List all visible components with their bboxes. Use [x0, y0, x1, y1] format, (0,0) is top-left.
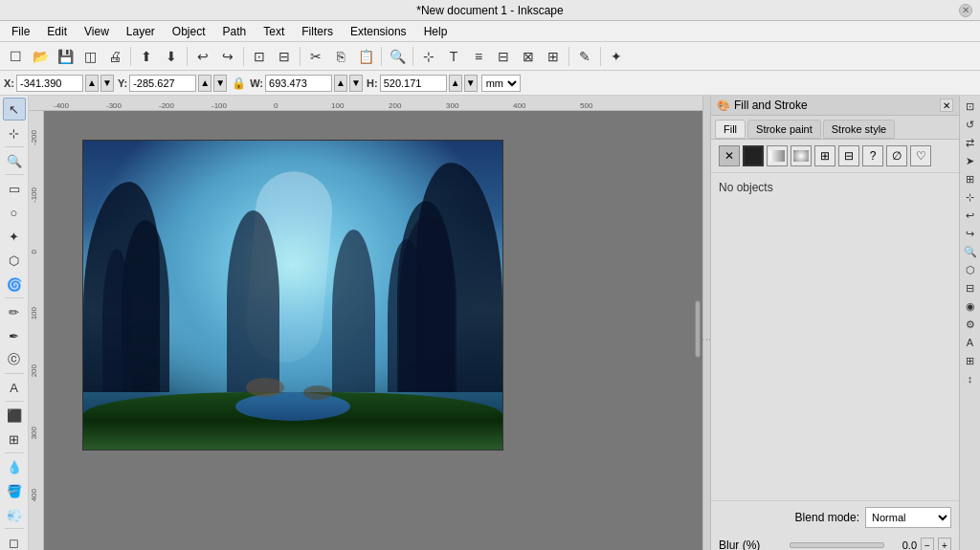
copy-btn[interactable]: ⎘ — [329, 45, 352, 68]
unset-btn[interactable]: ∅ — [886, 145, 907, 166]
vertical-scrollbar[interactable] — [695, 300, 701, 358]
panel-close-btn[interactable]: ✕ — [940, 99, 953, 112]
close-fill-btn[interactable]: ✕ — [719, 145, 740, 166]
rs-undo-btn[interactable]: ↩ — [962, 207, 979, 224]
rs-unknown2-btn[interactable]: ⊹ — [962, 188, 979, 206]
canvas-scroll[interactable]: ⊕ — [44, 111, 702, 550]
pencil-tool[interactable]: ✏ — [3, 300, 26, 323]
snap-btn[interactable]: ✦ — [605, 45, 628, 68]
artwork[interactable] — [82, 140, 503, 451]
zoom-tool[interactable]: 🔍 — [3, 149, 26, 172]
rs-eye-btn[interactable]: ◉ — [962, 297, 979, 315]
radial-gradient-btn[interactable] — [791, 145, 812, 166]
linear-gradient-btn[interactable] — [767, 145, 788, 166]
rs-unknown1-btn[interactable]: ⊞ — [962, 170, 979, 187]
export-btn[interactable]: ⬇ — [160, 45, 183, 68]
panel-handle[interactable]: ⋮ — [702, 96, 710, 550]
unknown-btn[interactable]: ? — [862, 145, 883, 166]
blur-minus[interactable]: − — [921, 538, 934, 550]
open-btn[interactable]: 📂 — [29, 45, 52, 68]
rs-3d-btn[interactable]: ⬡ — [962, 261, 979, 278]
rs-zoom-btn[interactable]: 🔍 — [962, 243, 979, 260]
tab-stroke-style[interactable]: Stroke style — [823, 120, 895, 139]
menu-item-layer[interactable]: Layer — [119, 23, 163, 40]
swatch-btn[interactable]: ⊟ — [838, 145, 859, 166]
heart-btn[interactable]: ♡ — [910, 145, 931, 166]
rs-grid-btn[interactable]: ⊞ — [962, 352, 979, 369]
save-copy-btn[interactable]: ◫ — [78, 45, 101, 68]
zoom-fit-btn[interactable]: ⊡ — [248, 45, 271, 68]
menu-item-path[interactable]: Path — [215, 23, 255, 40]
w-down[interactable]: ▼ — [349, 75, 363, 92]
h-input[interactable] — [380, 75, 447, 92]
cut-btn[interactable]: ✂ — [304, 45, 327, 68]
mesh-tool[interactable]: ⊞ — [3, 428, 26, 451]
align-left-btn[interactable]: ≡ — [467, 45, 490, 68]
w-up[interactable]: ▲ — [334, 75, 347, 92]
x-up[interactable]: ▲ — [85, 75, 99, 92]
rs-layer-btn[interactable]: ⊟ — [962, 279, 979, 297]
calligraphy-tool[interactable]: ⓒ — [3, 348, 26, 371]
paste-btn[interactable]: 📋 — [354, 45, 377, 68]
3d-box-tool[interactable]: ⬡ — [3, 249, 26, 272]
text-btn[interactable]: T — [442, 45, 465, 68]
x-down[interactable]: ▼ — [100, 75, 114, 92]
star-tool[interactable]: ✦ — [3, 225, 26, 248]
y-up[interactable]: ▲ — [198, 75, 212, 92]
node-tool-btn[interactable]: ⊹ — [417, 45, 440, 68]
print-btn[interactable]: 🖨 — [103, 45, 126, 68]
gradient-tool[interactable]: ⬛ — [3, 404, 26, 427]
menu-item-filters[interactable]: Filters — [294, 23, 341, 40]
pattern-btn[interactable]: ⊞ — [814, 145, 835, 166]
dropper-tool[interactable]: 💧 — [3, 455, 26, 478]
menu-item-edit[interactable]: Edit — [39, 23, 75, 40]
y-input[interactable] — [129, 75, 196, 92]
w-input[interactable] — [265, 75, 332, 92]
menu-item-extensions[interactable]: Extensions — [343, 23, 414, 40]
tab-fill[interactable]: Fill — [715, 120, 746, 139]
rs-gear-btn[interactable]: ⚙ — [962, 316, 979, 333]
undo-btn[interactable]: ↩ — [191, 45, 214, 68]
new-btn[interactable]: ☐ — [4, 45, 27, 68]
align-right-btn[interactable]: ⊠ — [517, 45, 540, 68]
import-btn[interactable]: ⬆ — [135, 45, 158, 68]
flat-color-btn[interactable] — [743, 145, 764, 166]
rs-text-btn[interactable]: A — [962, 334, 979, 351]
y-down[interactable]: ▼ — [213, 75, 227, 92]
save-btn[interactable]: 💾 — [54, 45, 77, 68]
blur-slider[interactable] — [790, 542, 884, 548]
paint-bucket-tool[interactable]: 🪣 — [3, 479, 26, 502]
node-tool[interactable]: ⊹ — [3, 121, 26, 144]
x-input[interactable] — [16, 75, 83, 92]
rect-tool[interactable]: ▭ — [3, 177, 26, 200]
tab-stroke-paint[interactable]: Stroke paint — [747, 120, 821, 139]
text-tool[interactable]: A — [3, 376, 26, 399]
blur-plus[interactable]: + — [938, 538, 951, 550]
align-center-btn[interactable]: ⊟ — [492, 45, 515, 68]
blend-mode-select[interactable]: Normal Multiply Screen Overlay Darken Li… — [865, 507, 951, 528]
rs-redo-btn[interactable]: ↪ — [962, 225, 979, 242]
rs-rotate-btn[interactable]: ↺ — [962, 116, 979, 133]
menu-item-text[interactable]: Text — [256, 23, 292, 40]
spray-tool[interactable]: 💨 — [3, 503, 26, 526]
close-icon[interactable]: ✕ — [959, 4, 972, 17]
redo-btn[interactable]: ↪ — [216, 45, 239, 68]
pen-tool[interactable]: ✒ — [3, 324, 26, 347]
menu-item-view[interactable]: View — [77, 23, 117, 40]
circle-tool[interactable]: ○ — [3, 201, 26, 224]
menu-item-object[interactable]: Object — [165, 23, 213, 40]
h-up[interactable]: ▲ — [449, 75, 462, 92]
lock-icon[interactable]: 🔒 — [231, 76, 246, 91]
select-tool[interactable]: ↖ — [3, 98, 26, 121]
h-down[interactable]: ▼ — [464, 75, 478, 92]
rs-scroll-btn[interactable]: ↕ — [962, 370, 979, 387]
unit-select[interactable]: mm px cm in — [481, 75, 521, 92]
rs-arrow-btn[interactable]: ➤ — [962, 152, 979, 169]
menu-item-file[interactable]: File — [4, 23, 37, 40]
zoom-in-btn[interactable]: 🔍 — [386, 45, 409, 68]
rs-flip-btn[interactable]: ⇄ — [962, 134, 979, 151]
eraser-tool[interactable]: ◻ — [3, 531, 26, 550]
menu-item-help[interactable]: Help — [416, 23, 456, 40]
distribute-btn[interactable]: ⊞ — [542, 45, 565, 68]
rs-snap-btn[interactable]: ⊡ — [962, 98, 979, 115]
